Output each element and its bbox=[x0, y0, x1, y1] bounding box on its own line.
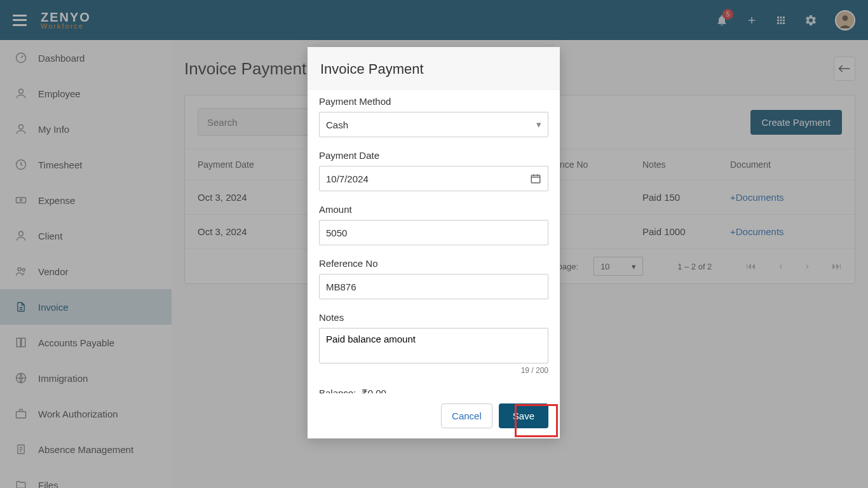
payment-date-value: 10/7/2024 bbox=[326, 173, 369, 184]
calendar-icon[interactable] bbox=[530, 173, 541, 184]
reference-input[interactable]: MB876 bbox=[319, 274, 548, 299]
notes-textarea[interactable]: Paid balance amount bbox=[319, 328, 548, 363]
amount-input[interactable]: 5050 bbox=[319, 220, 548, 245]
modal-title: Invoice Payment bbox=[320, 61, 547, 78]
balance-value: ₹0.00 bbox=[362, 388, 386, 393]
payment-date-label: Payment Date bbox=[319, 150, 548, 161]
notes-char-count: 19 / 200 bbox=[319, 366, 548, 375]
reference-label: Reference No bbox=[319, 258, 548, 269]
payment-method-value: Cash bbox=[326, 119, 348, 130]
chevron-down-icon: ▾ bbox=[536, 119, 541, 130]
save-button[interactable]: Save bbox=[499, 403, 548, 428]
payment-method-select[interactable]: Cash ▾ bbox=[319, 112, 548, 137]
amount-value: 5050 bbox=[326, 227, 347, 238]
reference-value: MB876 bbox=[326, 281, 356, 292]
payment-date-input[interactable]: 10/7/2024 bbox=[319, 166, 548, 191]
invoice-payment-modal: Invoice Payment Payment Method Cash ▾ Pa… bbox=[308, 47, 560, 438]
notes-label: Notes bbox=[319, 312, 548, 323]
balance-label: Balance: bbox=[319, 388, 356, 393]
payment-method-label: Payment Method bbox=[319, 96, 548, 107]
cancel-button[interactable]: Cancel bbox=[441, 403, 492, 428]
amount-label: Amount bbox=[319, 204, 548, 215]
svg-rect-14 bbox=[531, 175, 540, 183]
